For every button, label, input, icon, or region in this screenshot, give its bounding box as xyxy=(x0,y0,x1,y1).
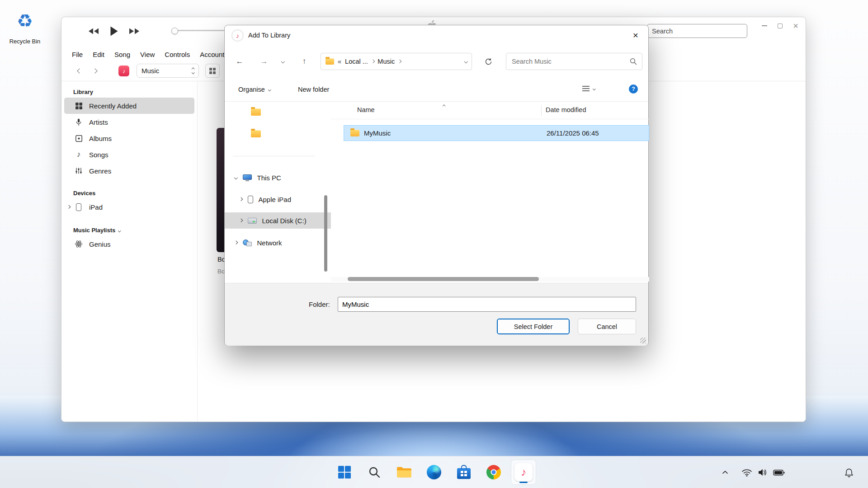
expand-chevron-icon[interactable] xyxy=(67,205,71,209)
itunes-search-box[interactable] xyxy=(647,24,747,38)
expand-chevron-icon[interactable] xyxy=(239,197,243,201)
itunes-sidebar: Library Recently Added Artists Albums ♪ … xyxy=(61,81,198,422)
sidebar-header-devices: Devices xyxy=(61,188,197,199)
expand-chevron-icon[interactable] xyxy=(239,219,243,222)
dialog-search-box[interactable] xyxy=(506,53,642,70)
back-button[interactable]: ← xyxy=(232,54,247,69)
new-folder-button[interactable]: New folder xyxy=(298,84,329,95)
sidebar-item-songs[interactable]: ♪ Songs xyxy=(64,146,194,163)
recycle-bin-shortcut[interactable]: ♻ Recycle Bin xyxy=(3,10,47,45)
list-lines-icon xyxy=(582,85,590,92)
maximize-icon[interactable] xyxy=(778,23,783,28)
play-button[interactable] xyxy=(109,26,118,38)
playback-controls xyxy=(88,24,140,39)
sidebar-item-genres[interactable]: Genres xyxy=(64,163,194,179)
sidebar-header-library: Library xyxy=(61,87,197,98)
sidebar-item-genius[interactable]: Genius xyxy=(64,236,194,252)
breadcrumb-overflow[interactable]: « xyxy=(338,58,341,65)
menu-item-edit[interactable]: Edit xyxy=(88,51,109,58)
rewind-button[interactable] xyxy=(88,28,99,36)
tree-item-network[interactable]: Network xyxy=(225,235,331,251)
history-nav xyxy=(78,64,118,78)
taskbar-file-explorer-button[interactable] xyxy=(392,460,416,484)
search-icon xyxy=(368,466,381,479)
organise-button[interactable]: Organise xyxy=(238,84,270,95)
vertical-scrollbar[interactable] xyxy=(324,195,327,272)
tray-expand-button[interactable] xyxy=(718,456,732,488)
sidebar-item-ipad[interactable]: iPad xyxy=(64,199,194,215)
expand-chevron-icon[interactable] xyxy=(234,176,238,179)
help-button[interactable]: ? xyxy=(629,84,638,94)
refresh-button[interactable] xyxy=(481,54,496,69)
menu-item-controls[interactable]: Controls xyxy=(160,51,195,58)
close-icon[interactable]: × xyxy=(623,25,648,45)
folder-name-input[interactable] xyxy=(338,297,636,312)
sidebar-item-label: Albums xyxy=(89,135,112,142)
scrollbar-thumb[interactable] xyxy=(348,277,539,281)
folder-icon[interactable] xyxy=(251,108,261,116)
wifi-icon xyxy=(741,469,752,477)
tray-notifications-button[interactable] xyxy=(841,456,857,488)
column-divider[interactable] xyxy=(541,105,542,116)
resize-grip[interactable] xyxy=(640,338,646,343)
taskbar-itunes-button[interactable]: ♪ xyxy=(511,460,536,484)
cancel-button[interactable]: Cancel xyxy=(578,319,636,334)
forward-chevron-icon[interactable] xyxy=(92,68,97,73)
menu-item-file[interactable]: File xyxy=(67,51,88,58)
tray-volume-button[interactable] xyxy=(755,456,770,488)
taskbar-store-button[interactable] xyxy=(452,460,476,484)
network-icon xyxy=(243,239,252,246)
view-grid-button[interactable] xyxy=(205,64,220,78)
taskbar-edge-button[interactable] xyxy=(422,460,446,484)
recent-locations-button[interactable] xyxy=(277,54,289,69)
breadcrumb-local-disk[interactable]: Local ... xyxy=(345,58,368,65)
column-header-date-modified[interactable]: Date modified xyxy=(546,106,586,113)
menu-item-song[interactable]: Song xyxy=(109,51,135,58)
taskbar-search-button[interactable] xyxy=(362,460,387,484)
dialog-command-bar: Organise New folder ? xyxy=(225,77,648,102)
fast-forward-button[interactable] xyxy=(128,28,140,36)
tree-item-label: This PC xyxy=(257,174,281,182)
file-list: Name Date modified MyMusic 26/11/2025 06… xyxy=(331,102,649,283)
expand-chevron-icon[interactable] xyxy=(234,241,238,244)
sidebar-header-music-playlists[interactable]: Music Playlists xyxy=(61,225,197,236)
tree-item-apple-ipad[interactable]: Apple iPad xyxy=(225,191,331,207)
tree-item-this-pc[interactable]: This PC xyxy=(225,169,331,186)
taskbar-start-button[interactable] xyxy=(332,460,357,484)
up-button[interactable]: ↑ xyxy=(297,54,312,69)
back-chevron-icon[interactable] xyxy=(77,68,82,73)
address-dropdown-icon[interactable] xyxy=(464,60,467,63)
select-folder-button[interactable]: Select Folder xyxy=(497,319,570,334)
itunes-menubar: File Edit Song View Controls Account xyxy=(67,48,229,61)
microphone-icon xyxy=(74,118,83,126)
folder-icon[interactable] xyxy=(251,130,261,137)
tree-item-local-disk-c[interactable]: Local Disk (C:) xyxy=(225,212,331,229)
minimize-icon[interactable] xyxy=(762,25,767,26)
itunes-search-input[interactable] xyxy=(647,24,747,38)
sidebar-item-label: Songs xyxy=(89,151,108,159)
close-icon[interactable]: × xyxy=(793,21,798,30)
sidebar-item-label: iPad xyxy=(89,203,103,211)
breadcrumb-music[interactable]: Music xyxy=(377,58,395,65)
horizontal-scrollbar[interactable] xyxy=(331,277,649,282)
forward-button[interactable]: → xyxy=(256,54,272,69)
selector-stepper-icon xyxy=(192,68,194,74)
view-options-button[interactable] xyxy=(582,85,595,92)
tray-wifi-button[interactable] xyxy=(740,456,754,488)
tray-battery-button[interactable] xyxy=(771,456,787,488)
collapse-chevron-icon xyxy=(118,229,121,232)
recycle-bin-label: Recycle Bin xyxy=(3,38,47,45)
file-row-mymusic[interactable]: MyMusic 26/11/2025 06:45 xyxy=(344,125,649,141)
media-kind-selector[interactable]: Music xyxy=(137,64,199,78)
sidebar-item-albums[interactable]: Albums xyxy=(64,130,194,146)
sidebar-item-recently-added[interactable]: Recently Added xyxy=(64,98,194,114)
dialog-search-input[interactable] xyxy=(506,53,642,70)
taskbar-chrome-button[interactable] xyxy=(481,460,506,484)
column-header-name[interactable]: Name xyxy=(357,106,375,113)
music-note-icon: ♪ xyxy=(74,150,83,159)
sidebar-item-artists[interactable]: Artists xyxy=(64,114,194,130)
media-kind-label: Music xyxy=(142,67,159,75)
tree-item-label: Local Disk (C:) xyxy=(262,217,307,225)
menu-item-view[interactable]: View xyxy=(135,51,160,58)
address-bar[interactable]: « Local ... Music xyxy=(321,53,472,70)
